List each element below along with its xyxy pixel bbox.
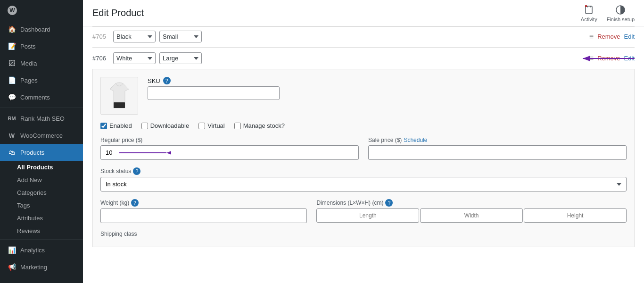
sidebar-sub-label: Tags (17, 202, 30, 209)
sidebar-item-woocommerce[interactable]: W WooCommerce (0, 127, 83, 144)
woocommerce-icon: W (8, 131, 16, 140)
regular-price-input[interactable] (100, 145, 359, 160)
marketing-icon: 📢 (8, 263, 16, 271)
sidebar-item-label: Products (20, 149, 44, 156)
sidebar-logo: W (0, 0, 83, 21)
page-title: Edit Product (92, 8, 144, 18)
dimensions-group: Dimensions (L×W×H) (cm) ? (316, 199, 627, 223)
schedule-link[interactable]: Schedule (404, 137, 427, 143)
sale-price-group: Sale price ($) Schedule (368, 137, 627, 160)
sale-price-label: Sale price ($) Schedule (368, 137, 627, 143)
sidebar-item-label: Analytics (20, 247, 45, 254)
sidebar-item-rankmath[interactable]: RM Rank Math SEO (0, 110, 83, 127)
sidebar-item-label: WooCommerce (20, 132, 63, 139)
enabled-checkbox[interactable] (100, 123, 107, 129)
content-area: #705 Black White Small Large ≡ Remove Ed… (83, 26, 644, 283)
posts-icon: 📝 (8, 42, 16, 50)
sku-label-row: SKU ? (148, 77, 627, 84)
sidebar-sub-categories[interactable]: Categories (0, 186, 83, 199)
finish-setup-label: Finish setup (607, 17, 635, 22)
sidebar-item-posts[interactable]: 📝 Posts (0, 38, 83, 55)
pages-icon: 📄 (8, 76, 16, 84)
dashboard-icon: 🏠 (8, 25, 16, 33)
rankmath-icon: RM (8, 114, 16, 123)
product-image-svg (107, 82, 131, 110)
variation-num-705: #705 (92, 33, 109, 40)
sidebar-item-comments[interactable]: 💬 Comments (0, 89, 83, 106)
edit-button-705[interactable]: Edit (624, 33, 635, 40)
sku-input[interactable] (148, 86, 280, 100)
variation-size-select-706[interactable]: Small Large (159, 52, 202, 64)
wp-logo: W (8, 6, 17, 15)
height-input[interactable] (524, 208, 627, 223)
sidebar-item-analytics[interactable]: 📊 Analytics (0, 241, 83, 258)
sidebar-sub-add-new[interactable]: Add New (0, 174, 83, 186)
weight-group: Weight (kg) ? (100, 199, 307, 223)
sidebar-item-label: Dashboard (20, 26, 50, 33)
stock-help-icon[interactable]: ? (133, 167, 140, 175)
svg-rect-0 (586, 6, 592, 14)
variation-menu-icon-706[interactable]: ≡ (589, 54, 594, 63)
weight-label: Weight (kg) ? (100, 199, 307, 207)
downloadable-checkbox-item[interactable]: Downloadable (141, 122, 189, 129)
stock-status-select[interactable]: In stock Out of stock On backorder (100, 177, 627, 191)
activity-label: Activity (581, 17, 597, 22)
sidebar-item-media[interactable]: 🖼 Media (0, 55, 83, 72)
remove-button-705[interactable]: Remove (597, 33, 620, 40)
product-image[interactable] (100, 77, 138, 115)
regular-price-annotation (100, 145, 359, 160)
weight-help-icon[interactable]: ? (131, 199, 139, 207)
sidebar-sub-all-products[interactable]: All Products (0, 161, 83, 174)
sidebar-item-label: Posts (20, 43, 36, 50)
sidebar-item-label: Marketing (20, 264, 47, 271)
variation-color-select-706[interactable]: Black White (113, 52, 156, 64)
sidebar-sub-attributes[interactable]: Attributes (0, 212, 83, 225)
virtual-checkbox[interactable] (198, 123, 205, 129)
virtual-checkbox-item[interactable]: Virtual (198, 122, 225, 129)
finish-setup-button[interactable]: Finish setup (607, 4, 635, 22)
manage-stock-checkbox[interactable] (234, 123, 241, 129)
sidebar-sub-tags[interactable]: Tags (0, 199, 83, 212)
weight-input[interactable] (100, 208, 307, 223)
sku-help-icon[interactable]: ? (163, 77, 171, 84)
sidebar-item-label: Pages (20, 77, 38, 84)
sale-price-input[interactable] (368, 145, 627, 160)
sidebar-item-products[interactable]: 🛍 Products (0, 144, 83, 161)
edit-button-706[interactable]: Edit (624, 55, 635, 62)
enabled-checkbox-item[interactable]: Enabled (100, 122, 132, 129)
topbar-actions: Activity Finish setup (581, 4, 635, 22)
analytics-icon: 📊 (8, 246, 16, 254)
manage-stock-checkbox-item[interactable]: Manage stock? (234, 122, 285, 129)
width-input[interactable] (420, 208, 523, 223)
sidebar-item-label: Media (20, 60, 37, 67)
svg-rect-4 (114, 102, 125, 108)
remove-button-706[interactable]: Remove (597, 55, 620, 62)
sidebar-divider-2 (0, 239, 83, 240)
sidebar-item-pages[interactable]: 📄 Pages (0, 72, 83, 89)
manage-stock-label: Manage stock? (243, 122, 285, 129)
variation-actions-705: ≡ Remove Edit (589, 33, 635, 41)
dimensions-help-icon[interactable]: ? (385, 199, 393, 207)
sidebar-sub-label: Categories (17, 189, 47, 196)
sidebar-sub-reviews[interactable]: Reviews (0, 225, 83, 237)
enabled-label: Enabled (109, 122, 132, 129)
comments-icon: 💬 (8, 93, 16, 101)
stock-status-row: Stock status ? In stock Out of stock On … (100, 167, 627, 191)
variation-color-select-705[interactable]: Black White (113, 31, 156, 42)
virtual-label: Virtual (207, 122, 225, 129)
length-input[interactable] (316, 208, 419, 223)
downloadable-checkbox[interactable] (141, 123, 148, 129)
media-icon: 🖼 (8, 59, 16, 67)
sidebar-item-marketing[interactable]: 📢 Marketing (0, 258, 83, 275)
variation-actions-706: ≡ Remove Edit (589, 54, 635, 63)
variation-image-row: SKU ? (100, 77, 627, 115)
variation-size-select-705[interactable]: Small Large (159, 31, 202, 42)
regular-price-group: Regular price ($) (100, 137, 359, 160)
svg-rect-1 (585, 5, 587, 7)
sidebar-item-dashboard[interactable]: 🏠 Dashboard (0, 21, 83, 38)
sidebar-item-label: Rank Math SEO (20, 115, 65, 122)
activity-icon (583, 4, 594, 16)
activity-button[interactable]: Activity (581, 4, 597, 22)
regular-price-label: Regular price ($) (100, 137, 359, 143)
variation-menu-icon-705[interactable]: ≡ (589, 33, 594, 41)
